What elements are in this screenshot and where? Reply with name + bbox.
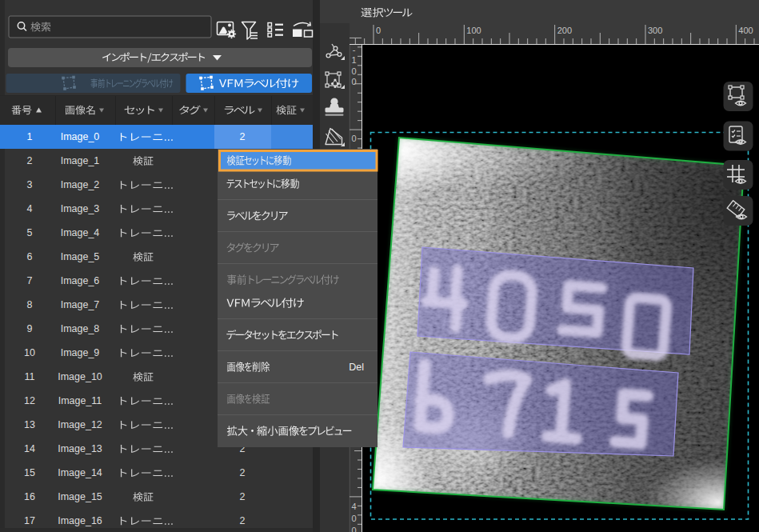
svg-text:200: 200 [557,26,572,35]
svg-text:17: 17 [24,515,35,526]
svg-text:1: 1 [351,55,356,65]
svg-text:Del: Del [349,362,364,373]
svg-text:Image_5: Image_5 [61,251,100,262]
svg-text:400: 400 [738,26,753,35]
svg-text:13: 13 [24,419,35,430]
svg-text:Image_7: Image_7 [61,299,100,310]
svg-text:Image_10: Image_10 [58,371,102,382]
svg-text:14: 14 [24,443,35,454]
svg-text:Image_9: Image_9 [61,347,100,358]
svg-text:0: 0 [351,526,356,532]
svg-text:100: 100 [466,26,481,35]
svg-text:Image_1: Image_1 [61,155,100,166]
svg-text:2: 2 [27,155,33,166]
svg-text:3: 3 [27,179,33,190]
svg-text:Image_4: Image_4 [61,227,100,238]
svg-text:1: 1 [27,131,33,142]
svg-text:0: 0 [351,514,356,523]
svg-text:2: 2 [240,131,246,142]
svg-text:-: - [353,45,356,54]
svg-text:8: 8 [27,299,33,310]
svg-text:Image_11: Image_11 [58,395,102,406]
svg-text:0: 0 [351,77,356,86]
svg-text:Image_8: Image_8 [61,323,100,334]
svg-text:Image_3: Image_3 [61,203,100,214]
svg-text:0: 0 [351,134,356,143]
svg-text:2: 2 [240,467,246,478]
svg-text:12: 12 [24,395,35,406]
svg-text:16: 16 [24,491,35,502]
svg-text:300: 300 [648,26,662,35]
svg-text:10: 10 [24,347,35,358]
svg-text:Image_15: Image_15 [58,491,102,502]
svg-text:Image_2: Image_2 [61,179,100,190]
svg-text:2: 2 [240,515,246,526]
svg-text:0: 0 [376,26,381,35]
svg-text:9: 9 [27,323,33,334]
svg-text:6: 6 [27,251,33,262]
svg-text:Image_14: Image_14 [58,467,102,478]
svg-text:Image_0: Image_0 [61,131,100,142]
svg-text:4: 4 [27,203,33,214]
svg-text:Image_6: Image_6 [61,275,100,286]
svg-text:7: 7 [27,275,33,286]
svg-text:0: 0 [351,66,356,76]
svg-text:15: 15 [24,467,35,478]
svg-text:5: 5 [27,227,33,238]
svg-text:Image_12: Image_12 [58,419,102,430]
svg-text:Image_16: Image_16 [58,515,102,526]
svg-text:Image_13: Image_13 [58,443,102,454]
svg-text:11: 11 [25,371,35,382]
svg-text:4: 4 [351,502,356,511]
svg-text:2: 2 [240,491,246,502]
